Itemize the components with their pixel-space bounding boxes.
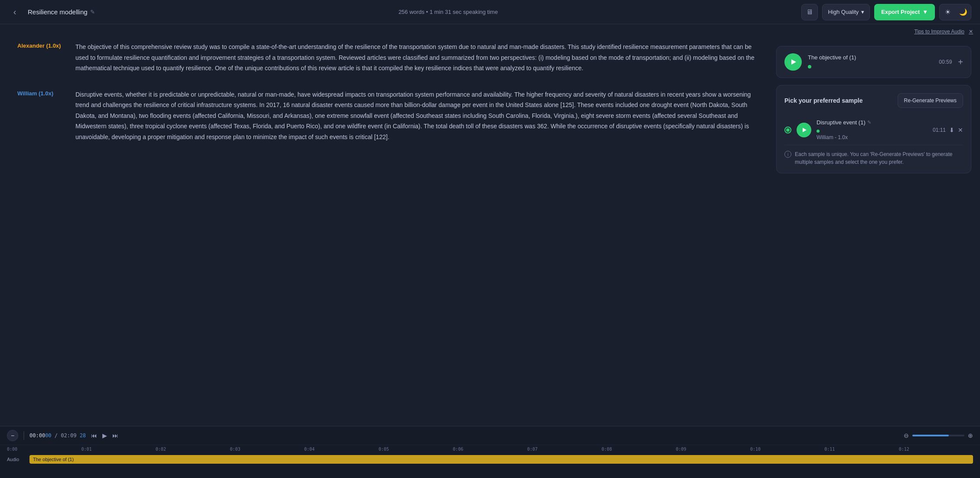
export-button[interactable]: Export Project ▼ — [874, 4, 935, 20]
timeline-controls: − 00:0000 / 02:09 28 ⏮ ▶ ⏭ ⊖ ⊕ — [0, 426, 980, 445]
tips-link[interactable]: Tips to Improve Audio ✕ — [914, 29, 973, 35]
total-time: 02:09 28 — [61, 432, 86, 439]
segment-text-william[interactable]: Disruptive events, whether it is predict… — [75, 89, 755, 143]
timeline-ruler: 0:000:010:020:030:040:050:060:070:080:09… — [0, 445, 980, 452]
header-stats: 256 words • 1 min 31 sec speaking time — [102, 9, 795, 15]
dark-theme-button[interactable]: 🌙 — [955, 4, 971, 20]
audio-play-button[interactable] — [784, 53, 802, 71]
timeline-right: ⊖ ⊕ — [904, 432, 973, 439]
edit-title-icon[interactable]: ✎ — [90, 9, 95, 15]
ruler-mark: 0:07 — [527, 447, 601, 452]
audio-title: The objective of (1) — [808, 54, 933, 61]
time-display: 00:0000 / 02:09 28 — [29, 432, 86, 439]
main-area: Tips to Improve Audio ✕ Alexander (1.0x)… — [0, 24, 980, 426]
segment-text-alexander[interactable]: The objective of this comprehensive revi… — [75, 42, 755, 74]
back-button[interactable]: ‹ — [9, 6, 21, 18]
audio-active-dot — [808, 65, 811, 68]
sample-duration: 01:11 — [933, 127, 946, 133]
project-title-container: Resilience modelling ✎ — [28, 8, 95, 16]
sample-row: Disruptive event (1) ✎ William - 1.0x 01… — [784, 115, 963, 145]
word-count: 256 words • 1 min 31 sec speaking time — [399, 9, 498, 15]
sample-speaker: William - 1.0x — [817, 134, 928, 140]
track-bar-container: The objective of (1) — [29, 453, 973, 465]
quality-button[interactable]: High Quality ▾ — [822, 4, 870, 20]
quality-label: High Quality — [828, 9, 859, 15]
editor: Alexander (1.0x) The objective of this c… — [0, 24, 772, 426]
tips-close-icon[interactable]: ✕ — [969, 29, 973, 35]
sample-remove-button[interactable]: ✕ — [958, 127, 963, 133]
ruler-labels: 0:000:010:020:030:040:050:060:070:080:09… — [7, 447, 973, 452]
track-label: Audio — [7, 457, 24, 462]
ruler-mark: 0:04 — [304, 447, 379, 452]
sample-name: Disruptive event (1) ✎ — [817, 119, 928, 126]
export-chevron-icon: ▼ — [922, 9, 928, 15]
zoom-out-button[interactable]: ⊖ — [904, 432, 909, 439]
theme-toggle: ☀ 🌙 — [939, 4, 971, 20]
audio-info: The objective of (1) — [808, 54, 933, 70]
screen-button[interactable]: 🖥 — [801, 4, 818, 20]
ruler-mark: 0:12 — [899, 447, 973, 452]
sample-picker-title: Pick your preferred sample — [784, 97, 863, 104]
zoom-slider[interactable] — [912, 435, 964, 436]
ruler-mark: 0:03 — [230, 447, 304, 452]
ruler-mark: 0:02 — [156, 447, 230, 452]
screen-icon: 🖥 — [806, 8, 813, 16]
tips-label: Tips to Improve Audio — [914, 29, 964, 35]
sample-download-button[interactable]: ⬇ — [949, 127, 954, 133]
right-panel: The objective of (1) 00:59 + Pick your p… — [772, 24, 980, 426]
zoom-in-button[interactable]: ⊕ — [968, 432, 973, 439]
speaker-label-alexander[interactable]: Alexander (1.0x) — [17, 42, 65, 74]
ruler-mark: 0:09 — [676, 447, 750, 452]
ruler-mark: 0:06 — [453, 447, 527, 452]
ruler-mark: 0:10 — [750, 447, 824, 452]
sample-note: i Each sample is unique. You can 'Re-Gen… — [784, 150, 963, 166]
ruler-mark: 0:08 — [601, 447, 676, 452]
sample-header: Pick your preferred sample Re-Generate P… — [784, 93, 963, 108]
play-pause-button[interactable]: ▶ — [102, 432, 107, 439]
ruler-mark: 0:01 — [81, 447, 155, 452]
header-actions: 🖥 High Quality ▾ Export Project ▼ ☀ 🌙 — [801, 4, 971, 20]
zoom-slider-fill — [912, 435, 949, 436]
export-label: Export Project — [881, 9, 920, 15]
ruler-mark: 0:00 — [7, 447, 81, 452]
timeline-track-area: Audio The objective of (1) — [0, 452, 980, 467]
chevron-down-icon: ▾ — [861, 9, 864, 15]
track-bar-text: The objective of (1) — [33, 457, 74, 462]
current-time: 00:0000 — [29, 432, 52, 439]
radio-selected[interactable] — [784, 127, 791, 133]
sample-actions: 01:11 ⬇ ✕ — [933, 127, 963, 133]
moon-icon: 🌙 — [959, 8, 967, 16]
regen-button[interactable]: Re-Generate Previews — [898, 93, 963, 108]
next-button[interactable]: ⏭ — [112, 432, 118, 439]
audio-add-button[interactable]: + — [958, 57, 963, 67]
prev-button[interactable]: ⏮ — [91, 432, 97, 439]
tips-bar: Tips to Improve Audio ✕ — [914, 29, 973, 35]
sample-active-dot — [817, 130, 820, 133]
sample-edit-icon[interactable]: ✎ — [867, 120, 871, 125]
remove-track-button[interactable]: − — [7, 430, 18, 441]
sun-icon: ☀ — [945, 8, 951, 16]
radio-inner — [786, 128, 790, 132]
header: ‹ Resilience modelling ✎ 256 words • 1 m… — [0, 0, 980, 24]
info-icon: i — [784, 151, 791, 158]
sample-info: Disruptive event (1) ✎ William - 1.0x — [817, 119, 928, 140]
segment-alexander: Alexander (1.0x) The objective of this c… — [17, 42, 755, 74]
ruler-mark: 0:11 — [824, 447, 898, 452]
audio-duration: 00:59 — [939, 59, 952, 65]
audio-card: The objective of (1) 00:59 + — [776, 46, 971, 78]
audio-track-bar[interactable]: The objective of (1) — [29, 455, 973, 464]
speaker-label-william[interactable]: William (1.0x) — [17, 89, 65, 143]
light-theme-button[interactable]: ☀ — [940, 4, 955, 20]
ruler-mark: 0:05 — [379, 447, 453, 452]
timeline-footer: − 00:0000 / 02:09 28 ⏮ ▶ ⏭ ⊖ ⊕ 0:000:010… — [0, 426, 980, 478]
sample-picker-card: Pick your preferred sample Re-Generate P… — [776, 85, 971, 173]
segment-william: William (1.0x) Disruptive events, whethe… — [17, 89, 755, 143]
project-title: Resilience modelling — [28, 8, 88, 16]
sample-note-text: Each sample is unique. You can 'Re-Gener… — [795, 150, 963, 166]
sample-play-button[interactable] — [797, 123, 811, 137]
